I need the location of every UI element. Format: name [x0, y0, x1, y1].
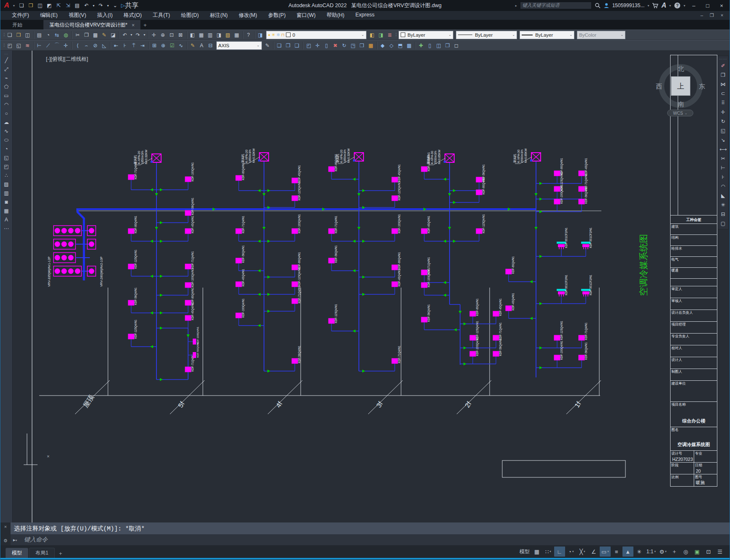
polar-tracking-icon[interactable]: ◔▾ — [566, 547, 576, 557]
compass-west[interactable]: 西 — [656, 83, 662, 91]
box-3d-icon[interactable]: ❏ — [275, 43, 284, 48]
match-properties-icon[interactable]: ✎ — [100, 32, 109, 38]
table-icon[interactable]: ▦ — [2, 207, 11, 215]
break-icon[interactable]: ⊦ — [719, 172, 728, 182]
open-icon[interactable]: ❒ — [27, 3, 35, 8]
dim-override-icon[interactable]: ⊟ — [206, 43, 215, 48]
crosshair-units-icon[interactable]: ＋ — [669, 547, 680, 557]
menu-item-8[interactable]: 修改(M) — [233, 11, 263, 20]
dim-update-icon[interactable]: ☑ — [168, 43, 177, 48]
plot-preview-icon[interactable]: ◔ — [44, 32, 53, 38]
viewcube-top-face[interactable]: 上 — [671, 76, 690, 96]
doc-restore-button[interactable]: ❐ — [708, 13, 716, 18]
object-snap-icon[interactable]: ╳▾ — [577, 547, 588, 557]
extrude-icon[interactable]: ▯ — [322, 43, 331, 48]
layer-properties-icon[interactable]: ◨ — [256, 32, 265, 38]
slice-icon[interactable]: ◆ — [378, 43, 387, 48]
move-icon[interactable]: ✛ — [719, 108, 728, 117]
help-dropdown-icon[interactable]: ▾ — [684, 4, 685, 8]
chamfer-icon[interactable]: ◣ — [719, 191, 728, 200]
toolbar-grip[interactable]: ⁞⁞ — [3, 32, 4, 37]
dim-text-edit-icon[interactable]: A — [197, 43, 206, 48]
rectangle-icon[interactable]: ▭ — [2, 92, 11, 100]
snap-mode-icon[interactable]: ∷▾ — [543, 547, 554, 557]
color-control-combo[interactable]: ByLayer ⌄ — [399, 31, 453, 39]
make-layer-current-icon[interactable]: ◧ — [368, 32, 377, 38]
share-icon[interactable]: ▷ — [121, 3, 125, 8]
3d-add-icon[interactable]: ✚ — [417, 43, 426, 48]
user-icon[interactable] — [603, 3, 609, 8]
imprint-icon[interactable]: ❐ — [443, 43, 452, 48]
new-layout-button[interactable]: + — [56, 549, 66, 558]
compass-south[interactable]: 南 — [678, 100, 684, 108]
circle-icon[interactable]: ○ — [2, 109, 11, 118]
rotate-icon[interactable]: ↻ — [719, 117, 728, 126]
qat-customize-icon[interactable]: ⌄ — [111, 3, 119, 8]
designcenter-icon[interactable]: ▦ — [197, 32, 206, 38]
annotation-visibility-icon[interactable]: ▲ — [622, 547, 633, 557]
search-input[interactable]: 键入关键字或短语 — [520, 2, 592, 9]
grid-display-icon[interactable]: ▦ — [531, 547, 542, 557]
open-from-mobile-icon[interactable]: ⇱ — [54, 3, 63, 8]
toolbar-grip[interactable]: ⋯⋯ — [719, 57, 727, 61]
make-block-icon[interactable]: ◰ — [2, 162, 11, 171]
region-icon[interactable]: ◙ — [2, 198, 11, 207]
chevron-down-icon[interactable]: ⌄ — [359, 33, 364, 37]
erase-icon[interactable]: ✐ — [719, 61, 728, 70]
menu-item-10[interactable]: 窗口(W) — [291, 11, 321, 20]
layer-sun-icon[interactable]: ✳ — [272, 32, 275, 37]
presspull-icon[interactable]: ▯ — [426, 43, 434, 48]
toolbar-grip[interactable]: ⁞⁞ — [3, 43, 4, 48]
hatch-icon[interactable]: ▨ — [2, 180, 11, 189]
layer-lock-icon[interactable]: ⊓ — [281, 32, 285, 37]
tab-drawing[interactable]: 某电信公司综合楼VRV空调设计图* × — [43, 20, 140, 30]
subtract-icon[interactable]: ✖ — [331, 43, 340, 48]
dim-continue-icon[interactable]: ⊦ — [121, 43, 129, 48]
menu-item-11[interactable]: 帮助(H) — [321, 11, 350, 20]
mtext-icon[interactable]: A — [2, 215, 11, 224]
help-icon[interactable]: ? — [244, 32, 253, 38]
chevron-down-icon[interactable]: ⌄ — [510, 33, 515, 37]
cut-icon[interactable]: ✂ — [73, 32, 82, 38]
doc-close-button[interactable]: × — [718, 13, 726, 18]
markup-icon[interactable]: ▧ — [224, 32, 232, 38]
doc-minimize-button[interactable]: – — [698, 13, 706, 18]
tool-palettes-icon[interactable]: ▥ — [206, 32, 215, 38]
plot-icon[interactable]: ▤ — [73, 3, 81, 8]
mirror-icon[interactable]: ⋈ — [719, 80, 728, 89]
arc-icon[interactable]: ◠ — [2, 100, 11, 109]
fillet-icon[interactable]: ◠ — [719, 182, 728, 191]
cart-icon[interactable] — [652, 3, 658, 8]
account-id[interactable]: 1505999135... — [612, 3, 645, 8]
polyline-icon[interactable]: ⌁ — [2, 74, 11, 83]
quickcalc-icon[interactable]: ▦ — [232, 32, 241, 38]
command-prompt-icon[interactable]: ▸▾ — [13, 537, 24, 543]
spline-icon[interactable]: ∿ — [2, 127, 11, 136]
dim-angular-icon[interactable]: ⟨ — [73, 43, 82, 48]
help-icon[interactable]: ? — [674, 2, 681, 9]
redo-icon[interactable]: ↷ — [97, 3, 105, 8]
scale-icon[interactable]: ◱ — [719, 126, 728, 135]
tab-close-icon[interactable]: × — [132, 22, 135, 28]
search-icon[interactable] — [595, 3, 601, 8]
menu-item-12[interactable]: Express — [350, 11, 380, 20]
compass-east[interactable]: 东 — [699, 83, 705, 91]
workspace-switching-icon[interactable]: ⚙▾ — [657, 547, 668, 557]
undo-icon[interactable]: ↶ — [121, 32, 129, 38]
section-icon[interactable]: ⬒ — [396, 43, 405, 48]
layer-on-icon[interactable]: ● — [268, 33, 270, 37]
join-icon[interactable]: ⊟ — [719, 210, 728, 219]
linetype-control-combo[interactable]: ByLayer ⌄ — [456, 31, 517, 39]
copy-clip-icon[interactable]: ❐ — [82, 32, 91, 38]
etransmit-icon[interactable]: ◍ — [62, 32, 70, 38]
qsave-icon[interactable]: ◫ — [36, 3, 44, 8]
chevron-down-icon[interactable]: ⌄ — [446, 33, 451, 37]
paste-icon[interactable]: ▩ — [91, 32, 100, 38]
redo-icon[interactable]: ↷ — [134, 32, 143, 38]
menu-item-5[interactable]: 工具(T) — [147, 11, 175, 20]
menu-item-3[interactable]: 插入(I) — [92, 11, 118, 20]
tab-add-button[interactable]: + — [140, 21, 150, 30]
3d-move-icon[interactable]: ◰ — [304, 43, 313, 48]
menu-item-2[interactable]: 视图(V) — [63, 11, 92, 20]
dim-radius-icon[interactable]: ⌢ — [82, 43, 91, 48]
